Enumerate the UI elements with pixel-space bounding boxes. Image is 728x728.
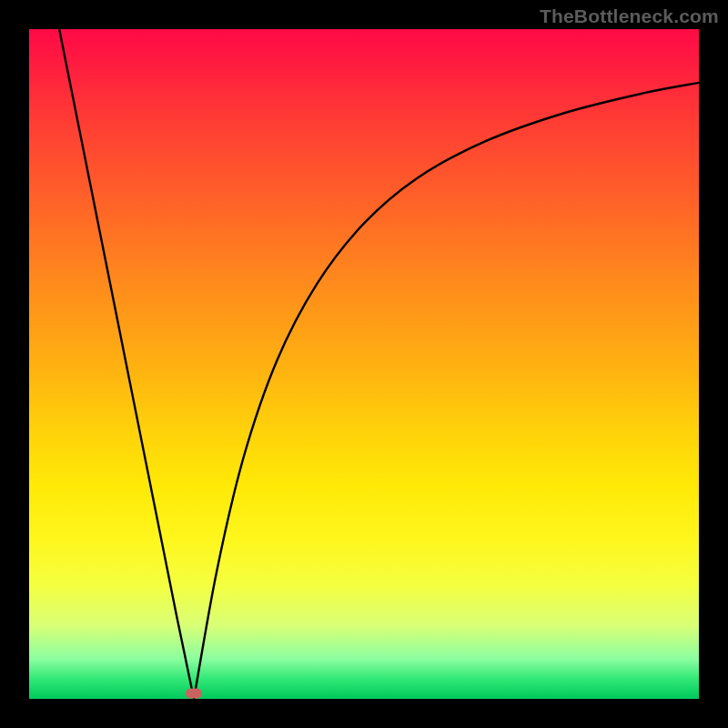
bottleneck-curve [59,29,699,699]
chart-container: TheBottleneck.com [0,0,728,728]
curve-svg [29,29,699,699]
minimum-marker [186,689,202,699]
watermark-text: TheBottleneck.com [540,5,719,27]
plot-area [29,29,699,699]
